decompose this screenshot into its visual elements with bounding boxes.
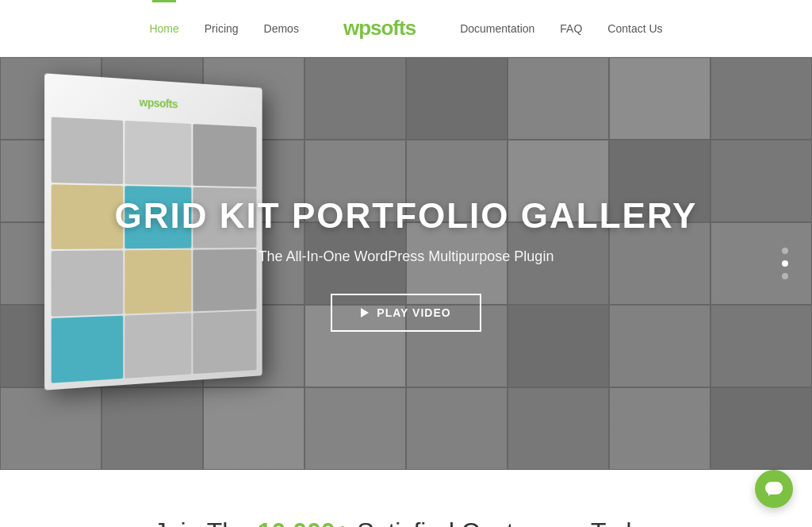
- nav-home[interactable]: Home: [149, 22, 178, 35]
- play-button-label: PLAY VIDEO: [377, 306, 450, 319]
- nav-contact[interactable]: Contact Us: [607, 22, 662, 35]
- hero-dot-1[interactable]: [782, 248, 788, 254]
- site-logo[interactable]: wpsofts: [343, 16, 416, 40]
- nav-demos[interactable]: Demos: [264, 22, 299, 35]
- hero-section: wpsofts GRID KIT PORTFOLIO GALLERY The A…: [0, 57, 812, 470]
- nav-pricing[interactable]: Pricing: [205, 22, 239, 35]
- heading-suffix: Satisfied Customers Today: [350, 517, 658, 527]
- hero-title: GRID KIT PORTFOLIO GALLERY: [115, 196, 698, 236]
- hero-content: GRID KIT PORTFOLIO GALLERY The All-In-On…: [115, 196, 698, 332]
- nav-documentation[interactable]: Documentation: [460, 22, 534, 35]
- hero-dots: [782, 248, 788, 279]
- nav-faq[interactable]: FAQ: [560, 22, 582, 35]
- hero-dot-2[interactable]: [782, 260, 788, 267]
- chat-bubble-button[interactable]: [755, 470, 793, 508]
- hero-dot-3[interactable]: [782, 273, 788, 279]
- customers-section: Join The 10,000+ Satisfied Customers Tod…: [0, 470, 812, 527]
- play-video-button[interactable]: PLAY VIDEO: [331, 294, 481, 332]
- play-icon: [361, 308, 369, 317]
- hero-book-logo: wpsofts: [140, 96, 178, 111]
- heading-prefix: Join The: [154, 517, 258, 527]
- heading-highlight: 10,000+: [258, 517, 350, 527]
- hero-subtitle: The All-In-One WordPress Multipurpose Pl…: [115, 248, 698, 265]
- header: Home Pricing Demos wpsofts Documentation…: [0, 0, 812, 57]
- main-nav: Home Pricing Demos wpsofts Documentation…: [149, 16, 662, 40]
- section-heading: Join The 10,000+ Satisfied Customers Tod…: [63, 517, 749, 527]
- chat-icon: [765, 482, 783, 496]
